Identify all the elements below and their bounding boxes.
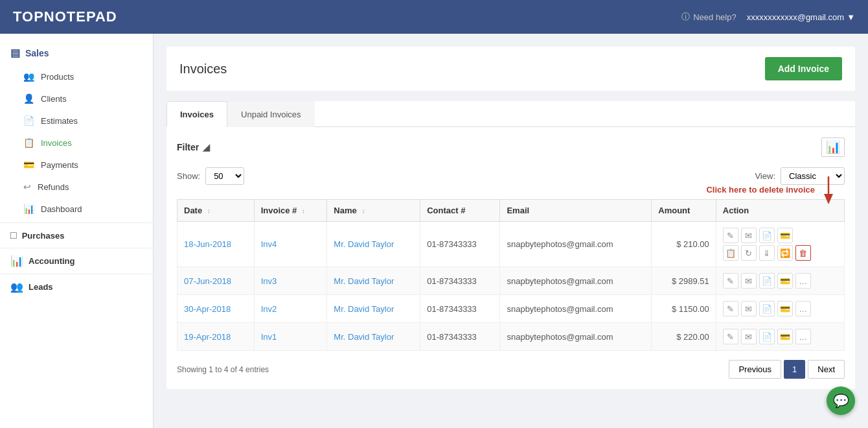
sidebar-sales-label: Sales	[25, 48, 49, 58]
download-icon[interactable]: ⇓	[759, 245, 775, 261]
next-button[interactable]: Next	[808, 360, 845, 379]
payments-icon: 💳	[23, 160, 34, 170]
page-number[interactable]: 1	[784, 360, 805, 379]
delete-callout-text: Click here to delete invoice	[706, 185, 815, 195]
pdf-icon[interactable]: 📄	[759, 301, 775, 316]
estimates-icon: 📄	[23, 115, 34, 126]
email-icon[interactable]: ✉	[741, 301, 757, 316]
col-invoice-num: Invoice # ↕	[254, 200, 327, 222]
cell-action: ✎✉📄💳…	[716, 267, 844, 295]
sidebar-item-dashboard[interactable]: 📊 Dashboard	[0, 198, 153, 220]
edit-icon[interactable]: ✎	[723, 301, 738, 316]
cell-name[interactable]: Mr. David Taylor	[327, 323, 420, 351]
table-area: Filter ◢ 📊 Show: 50 10 25 100	[166, 127, 855, 389]
cell-name[interactable]: Mr. David Taylor	[327, 267, 420, 295]
share-icon[interactable]: 🔁	[777, 245, 793, 261]
sidebar-accounting-label: Accounting	[29, 256, 75, 266]
page-title: Invoices	[179, 62, 227, 77]
sidebar-leads-header[interactable]: 👥 Leads	[0, 274, 153, 300]
sidebar-item-refunds[interactable]: ↩ Refunds	[0, 176, 153, 198]
help-icon: ⓘ	[681, 11, 690, 23]
edit-icon[interactable]: ✎	[723, 273, 738, 289]
sidebar-item-clients[interactable]: 👤 Clients	[0, 88, 153, 110]
filter-icon: ◢	[203, 142, 210, 152]
topnav: TopNotepad ⓘ Need help? xxxxxxxxxxxx@gma…	[0, 0, 868, 34]
action-icons-row1: ✎✉📄💳…	[723, 273, 838, 289]
sort-icon-name[interactable]: ↕	[361, 208, 365, 215]
more-icon[interactable]: …	[795, 301, 811, 316]
cell-amount: $ 2989.51	[652, 267, 716, 295]
sidebar-item-products[interactable]: 👥 Products	[0, 65, 153, 88]
tab-unpaid-invoices[interactable]: Unpaid Invoices	[227, 101, 315, 127]
cell-action: ✎✉📄💳📋↻⇓🔁🗑	[716, 222, 844, 267]
cell-contact: 01-87343333	[420, 222, 500, 267]
sidebar-item-invoices[interactable]: 📋 Invoices	[0, 132, 153, 154]
email-icon[interactable]: ✉	[741, 329, 757, 344]
cell-email: snapbytephotos@gmail.com	[500, 267, 652, 295]
add-invoice-button[interactable]: Add Invoice	[765, 57, 842, 80]
user-menu[interactable]: xxxxxxxxxxxx@gmail.com ▼	[747, 12, 855, 22]
card-icon[interactable]: 💳	[777, 228, 793, 243]
leads-icon: 👥	[10, 281, 23, 293]
sidebar-item-estimates[interactable]: 📄 Estimates	[0, 110, 153, 132]
help-text: Need help?	[693, 12, 737, 22]
more-icon[interactable]: …	[795, 329, 811, 344]
edit-icon[interactable]: ✎	[723, 228, 738, 243]
accounting-icon: 📊	[10, 255, 23, 267]
chat-bubble[interactable]: 💬	[827, 386, 855, 415]
cell-invoice-num[interactable]: Inv3	[254, 267, 327, 295]
showing-text: Showing 1 to 4 of 4 entries	[177, 365, 269, 374]
svg-marker-1	[824, 194, 833, 204]
cell-invoice-num[interactable]: Inv4	[254, 222, 327, 267]
sidebar-purchases-header[interactable]: □ Purchases	[0, 222, 153, 248]
cell-date[interactable]: 18-Jun-2018	[177, 222, 255, 267]
pdf-icon[interactable]: 📄	[759, 273, 775, 289]
card-icon[interactable]: 💳	[777, 301, 793, 316]
pdf-icon[interactable]: 📄	[759, 329, 775, 344]
email-icon[interactable]: ✉	[741, 273, 757, 289]
show-select[interactable]: 50 10 25 100	[205, 167, 244, 185]
callout-arrow	[819, 173, 838, 206]
sort-icon-date[interactable]: ↕	[207, 208, 211, 215]
table-row: 19-Apr-2018Inv1Mr. David Taylor01-873433…	[177, 323, 845, 351]
action-icons-row1: ✎✉📄💳…	[723, 329, 838, 344]
help-link[interactable]: ⓘ Need help?	[681, 11, 737, 23]
sidebar-accounting-header[interactable]: 📊 Accounting	[0, 248, 153, 274]
cell-contact: 01-87343333	[420, 323, 500, 351]
cell-invoice-num[interactable]: Inv2	[254, 295, 327, 323]
sidebar-item-payments[interactable]: 💳 Payments	[0, 154, 153, 176]
cell-date[interactable]: 07-Jun-2018	[177, 267, 255, 295]
pdf-icon[interactable]: 📄	[759, 228, 775, 243]
cell-date[interactable]: 19-Apr-2018	[177, 323, 255, 351]
refresh-icon[interactable]: ↻	[741, 245, 757, 261]
cell-name[interactable]: Mr. David Taylor	[327, 295, 420, 323]
email-icon[interactable]: ✉	[741, 228, 757, 243]
sidebar-sales-header[interactable]: ▤ Sales	[0, 40, 153, 65]
sidebar-item-label: Products	[41, 72, 74, 82]
previous-button[interactable]: Previous	[729, 360, 781, 379]
card-icon[interactable]: 💳	[777, 329, 793, 344]
copy-icon[interactable]: 📋	[723, 245, 738, 261]
cell-amount: $ 220.00	[652, 323, 716, 351]
cell-invoice-num[interactable]: Inv1	[254, 323, 327, 351]
refunds-icon: ↩	[23, 182, 31, 192]
sidebar-item-label: Refunds	[38, 182, 69, 192]
delete-icon[interactable]: 🗑	[795, 245, 811, 261]
action-icons-row2: 📋↻⇓🔁🗑	[723, 245, 838, 261]
card-icon[interactable]: 💳	[777, 273, 793, 289]
edit-icon[interactable]: ✎	[723, 329, 738, 344]
show-row: Show: 50 10 25 100	[177, 167, 244, 185]
delete-callout: Click here to delete invoice	[706, 173, 838, 206]
cell-name[interactable]: Mr. David Taylor	[327, 222, 420, 267]
clients-icon: 👤	[23, 93, 34, 104]
sidebar-item-label: Invoices	[41, 138, 72, 148]
tabs-bar: Invoices Unpaid Invoices	[166, 101, 855, 127]
more-icon[interactable]: …	[795, 273, 811, 289]
purchases-icon: □	[10, 230, 17, 241]
tab-invoices[interactable]: Invoices	[166, 101, 227, 127]
cell-date[interactable]: 30-Apr-2018	[177, 295, 255, 323]
export-button[interactable]: 📊	[821, 137, 845, 157]
invoice-table: Date ↕ Invoice # ↕ Name ↕	[177, 199, 845, 351]
sort-icon-invoice[interactable]: ↕	[302, 208, 305, 215]
main-layout: ▤ Sales 👥 Products 👤 Clients 📄 Estimates…	[0, 34, 868, 428]
